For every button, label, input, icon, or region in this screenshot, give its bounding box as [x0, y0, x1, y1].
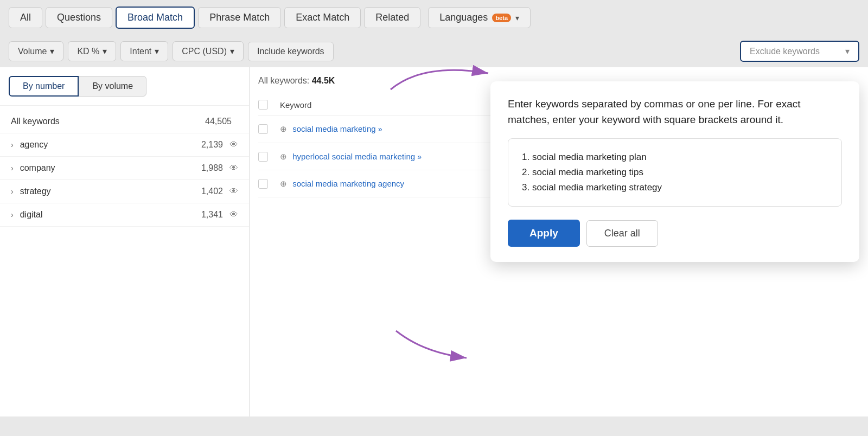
- exclude-keywords-popup: Enter keywords separated by commas or on…: [490, 81, 859, 262]
- exclude-keywords-label: Exclude keywords: [750, 47, 820, 56]
- apply-button[interactable]: Apply: [508, 220, 580, 247]
- row-checkbox-col: [258, 123, 280, 134]
- tab-all[interactable]: All: [9, 7, 42, 28]
- eye-icon[interactable]: 👁: [229, 210, 238, 220]
- include-keywords-filter[interactable]: Include keywords: [248, 42, 334, 61]
- tab-languages[interactable]: Languages beta ▾: [428, 7, 531, 28]
- by-number-toggle[interactable]: By number: [9, 76, 79, 97]
- list-item: All keywords 44,505: [0, 110, 249, 133]
- tab-broad-match[interactable]: Broad Match: [116, 7, 195, 29]
- left-sidebar: By number By volume All keywords 44,505 …: [0, 67, 250, 416]
- volume-filter[interactable]: Volume ▾: [9, 41, 63, 61]
- chevron-down-icon: ▾: [230, 46, 234, 56]
- tab-phrase-match[interactable]: Phrase Match: [198, 7, 281, 28]
- keyword-name: company: [20, 163, 201, 173]
- chevron-right-icon: ›: [11, 187, 14, 196]
- by-volume-toggle[interactable]: By volume: [79, 76, 146, 97]
- kd-label: KD %: [77, 47, 99, 56]
- annotation-arrow-bottom: [380, 320, 477, 376]
- keyword-example: social media marketing strategy: [532, 180, 828, 195]
- tab-questions[interactable]: Questions: [46, 7, 112, 28]
- list-item[interactable]: › strategy 1,402 👁: [0, 180, 249, 203]
- keyword-name: digital: [20, 210, 201, 220]
- tab-related[interactable]: Related: [364, 7, 420, 28]
- add-icon[interactable]: ⊕: [280, 124, 287, 133]
- eye-icon[interactable]: 👁: [229, 140, 238, 150]
- row-checkbox[interactable]: [258, 124, 268, 134]
- keyword-list: All keywords 44,505 › agency 2,139 👁 › c…: [0, 106, 249, 231]
- volume-label: Volume: [18, 47, 47, 56]
- keyword-text: social media marketing agency: [292, 179, 404, 188]
- languages-label: Languages: [439, 12, 488, 23]
- intent-label: Intent: [130, 47, 151, 56]
- keyword-example: social media marketing plan: [532, 150, 828, 165]
- keyword-count: 44,505: [205, 117, 232, 126]
- cpc-filter[interactable]: CPC (USD) ▾: [173, 41, 244, 61]
- keyword-count: 1,402: [201, 187, 223, 196]
- list-item[interactable]: › digital 1,341 👁: [0, 203, 249, 227]
- tab-bar: All Questions Broad Match Phrase Match E…: [0, 0, 868, 35]
- chevron-right-icon: ›: [11, 140, 14, 149]
- chevron-down-icon: ▾: [515, 14, 519, 22]
- chevron-down-icon: ▾: [103, 46, 107, 56]
- chevron-down-icon: ▾: [50, 46, 54, 56]
- keyword-name: strategy: [20, 187, 201, 196]
- eye-icon[interactable]: 👁: [229, 163, 238, 173]
- exclude-keywords-filter[interactable]: Exclude keywords ▾: [740, 41, 859, 62]
- popup-description: Enter keywords separated by commas or on…: [508, 97, 842, 127]
- row-checkbox[interactable]: [258, 152, 268, 162]
- row-checkbox[interactable]: [258, 179, 268, 189]
- tab-exact-match[interactable]: Exact Match: [284, 7, 361, 28]
- select-all-checkbox[interactable]: [258, 100, 268, 110]
- popup-actions: Apply Clear all: [508, 220, 842, 247]
- chevron-down-icon: ▾: [155, 46, 159, 56]
- clear-all-button[interactable]: Clear all: [586, 220, 658, 247]
- chevrons-icon[interactable]: »: [378, 125, 382, 133]
- eye-icon[interactable]: 👁: [229, 187, 238, 196]
- chevrons-icon[interactable]: »: [417, 152, 422, 161]
- keyword-count: 1,988: [201, 163, 223, 173]
- cpc-label: CPC (USD): [182, 47, 227, 56]
- all-keywords-prefix: All keywords:: [258, 76, 312, 85]
- keyword-example: social media marketing tips: [532, 165, 828, 180]
- row-checkbox-col: [258, 151, 280, 162]
- keyword-name: All keywords: [11, 117, 205, 126]
- keyword-text: social media marketing: [292, 124, 375, 133]
- chevron-down-icon: ▾: [845, 46, 850, 56]
- view-toggle: By number By volume: [0, 67, 249, 106]
- chevron-right-icon: ›: [11, 164, 14, 172]
- header-checkbox-col: [258, 100, 280, 110]
- list-item[interactable]: › company 1,988 👁: [0, 157, 249, 180]
- keyword-text: hyperlocal social media marketing: [292, 152, 415, 161]
- beta-badge: beta: [492, 14, 511, 22]
- keyword-name: agency: [20, 140, 201, 150]
- kd-filter[interactable]: KD % ▾: [68, 41, 116, 61]
- row-checkbox-col: [258, 178, 280, 189]
- list-item[interactable]: › agency 2,139 👁: [0, 133, 249, 157]
- add-icon[interactable]: ⊕: [280, 179, 287, 188]
- chevron-right-icon: ›: [11, 210, 14, 219]
- annotation-arrow-top: [380, 52, 499, 97]
- intent-filter[interactable]: Intent ▾: [120, 41, 168, 61]
- keyword-count: 2,139: [201, 140, 223, 150]
- keyword-examples-box: social media marketing plan social media…: [508, 138, 842, 207]
- keyword-column-header: Keyword: [280, 100, 311, 110]
- add-icon[interactable]: ⊕: [280, 152, 287, 161]
- all-keywords-count: 44.5K: [312, 76, 335, 85]
- keyword-count: 1,341: [201, 210, 223, 220]
- keyword-examples-list: social media marketing plan social media…: [521, 150, 828, 195]
- include-keywords-label: Include keywords: [257, 47, 324, 56]
